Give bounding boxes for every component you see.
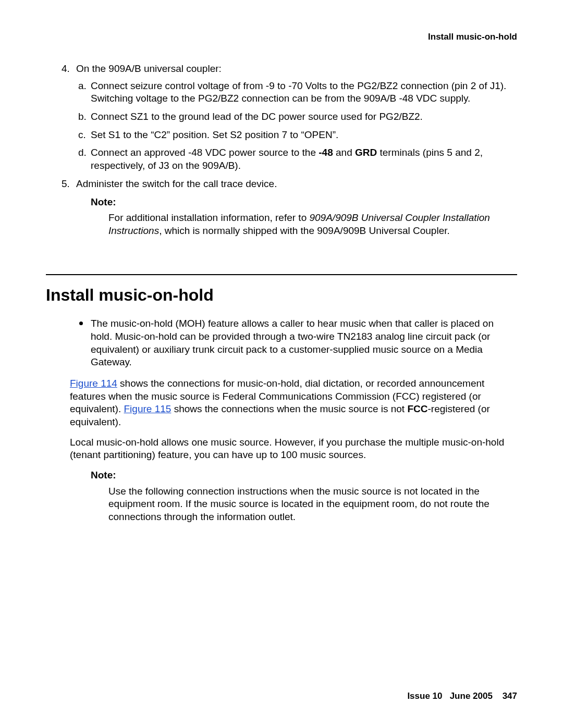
- substep-text: Set S1 to the “C2” position. Set S2 posi…: [91, 129, 338, 140]
- text-run: Connect an approved -48 VDC power source…: [91, 147, 319, 158]
- substep-marker: d.: [78, 146, 87, 159]
- text-run: For additional installation information,…: [108, 212, 309, 223]
- step-text: Administer the switch for the call trace…: [76, 178, 277, 189]
- footer-issue: Issue 10: [407, 691, 442, 701]
- note-body: Use the following connection instruction…: [108, 485, 517, 524]
- note-body: For additional installation information,…: [108, 212, 517, 237]
- note-label: Note:: [91, 196, 517, 209]
- step-5: 5. Administer the switch for the call tr…: [76, 178, 517, 191]
- substep-text: Connect SZ1 to the ground lead of the DC…: [91, 111, 423, 122]
- section-divider: [46, 274, 517, 275]
- substep-d: d. Connect an approved -48 VDC power sou…: [91, 146, 517, 172]
- substep-marker: c.: [78, 129, 86, 142]
- step-marker: 5.: [62, 178, 70, 191]
- figure-link-114[interactable]: Figure 114: [70, 378, 117, 389]
- page-footer: Issue 10 June 2005 347: [407, 690, 517, 702]
- text-run: shows the connections when the music sou…: [171, 403, 407, 414]
- footer-date: June 2005: [450, 691, 493, 701]
- bullet-list: The music-on-hold (MOH) feature allows a…: [46, 317, 517, 369]
- bold-run: FCC: [407, 403, 427, 414]
- bold-run: GRD: [355, 147, 377, 158]
- ordered-steps: 4. On the 909A/B universal coupler: a. C…: [46, 63, 517, 191]
- figure-link-115[interactable]: Figure 115: [124, 403, 172, 414]
- substep-text: Connect seizure control voltage of from …: [91, 80, 506, 104]
- substep-marker: b.: [78, 110, 87, 124]
- substep-b: b. Connect SZ1 to the ground lead of the…: [91, 110, 517, 124]
- text-run: , which is normally shipped with the 909…: [159, 225, 450, 236]
- substep-a: a. Connect seizure control voltage of fr…: [91, 80, 517, 105]
- step-text: On the 909A/B universal coupler:: [76, 63, 222, 74]
- substep-c: c. Set S1 to the “C2” position. Set S2 p…: [91, 129, 517, 142]
- substep-marker: a.: [78, 80, 87, 93]
- step-4: 4. On the 909A/B universal coupler: a. C…: [76, 63, 517, 172]
- substep-text: Connect an approved -48 VDC power source…: [91, 147, 483, 171]
- list-item: The music-on-hold (MOH) feature allows a…: [91, 317, 517, 369]
- footer-page: 347: [503, 690, 517, 702]
- section-heading: Install music-on-hold: [46, 285, 517, 306]
- text-run: and: [333, 147, 355, 158]
- substeps: a. Connect seizure control voltage of fr…: [76, 80, 517, 172]
- step-marker: 4.: [62, 63, 70, 76]
- bold-run: -48: [319, 147, 333, 158]
- page-content: 4. On the 909A/B universal coupler: a. C…: [46, 63, 517, 524]
- running-header: Install music-on-hold: [428, 31, 517, 43]
- note-label: Note:: [91, 469, 517, 482]
- paragraph: Local music-on-hold allows one music sou…: [70, 436, 517, 462]
- paragraph: Figure 114 shows the connections for mus…: [70, 377, 517, 429]
